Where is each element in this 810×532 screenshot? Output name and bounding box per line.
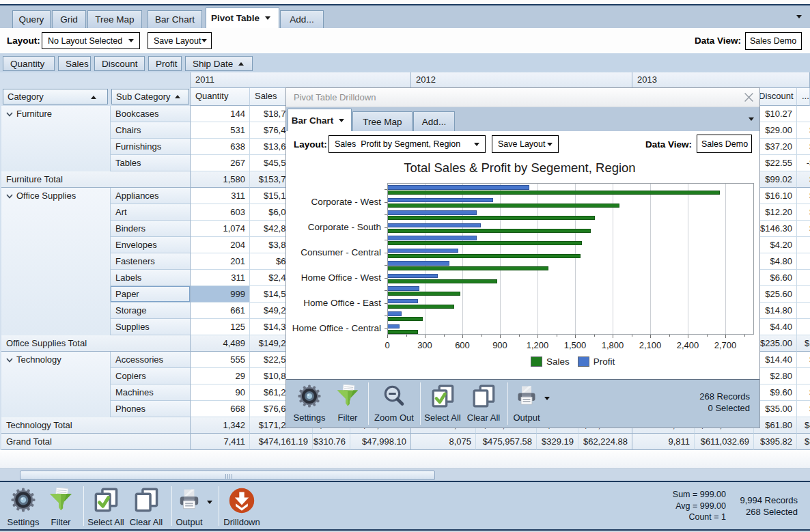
cell-supplies-q1[interactable]: 125 — [191, 319, 250, 335]
cell-machines-d3[interactable]: $9.60 — [754, 384, 797, 401]
main-tab-query[interactable]: Query — [12, 10, 51, 28]
bar-sales-7[interactable] — [388, 279, 497, 283]
dialog-zoom-out-button[interactable]: Zoom Out — [367, 384, 421, 423]
cell-storage-q1[interactable]: 661 — [191, 303, 250, 319]
bar-sales-4[interactable] — [388, 241, 582, 245]
main-tab-tree-map[interactable]: Tree Map — [87, 10, 142, 28]
cell-bookcases-d3[interactable]: $10.27 — [754, 106, 797, 122]
cell-chairs-d3[interactable]: $29.00 — [754, 122, 797, 139]
row-label-art[interactable]: Art — [111, 204, 191, 221]
field-button-quantity[interactable]: Quantity — [3, 56, 55, 71]
bar-sales-3[interactable] — [388, 229, 591, 233]
row-label-storage[interactable]: Storage — [111, 303, 191, 319]
main-tab-grid[interactable]: Grid — [52, 10, 86, 28]
bar-profit-3[interactable] — [388, 223, 481, 227]
cell-chairs-q1[interactable]: 531 — [191, 122, 250, 139]
drilldown-button[interactable]: Drilldown — [214, 488, 269, 527]
cell-fasteners-d3[interactable]: $4.80 — [754, 253, 797, 270]
layout-select[interactable]: No Layout Selected — [42, 32, 140, 49]
bar-sales-9[interactable] — [388, 305, 454, 309]
cell-total-p3[interactable]: $2,000.00 — [797, 171, 810, 188]
bar-sales-5[interactable] — [388, 254, 581, 258]
save-layout-select[interactable]: Save Layout — [148, 32, 212, 49]
cell-envelopes-q1[interactable]: 204 — [191, 237, 250, 253]
cell-furnishings-q1[interactable]: 638 — [191, 139, 250, 155]
bar-profit-2[interactable] — [388, 210, 477, 214]
cell-accessories-q1[interactable]: 555 — [191, 352, 250, 368]
scrollbar-thumb[interactable] — [20, 471, 435, 480]
bar-profit-4[interactable] — [388, 236, 477, 240]
dialog-tab-tree-map[interactable]: Tree Map — [352, 111, 413, 131]
cell-tables-p3[interactable]: -$1,000.00 — [797, 155, 810, 171]
year-header-2012[interactable]: 2012 — [411, 72, 632, 88]
row-label-labels[interactable]: Labels — [111, 270, 191, 286]
close-icon[interactable] — [743, 92, 755, 103]
cell-labels-q1[interactable]: 311 — [191, 270, 250, 286]
dialog-tab-bar-chart[interactable]: Bar Chart — [288, 109, 352, 131]
cell-art-d3[interactable]: $12.20 — [754, 204, 797, 221]
cell-fasteners-q1[interactable]: 201 — [191, 253, 250, 270]
main-tab-add-[interactable]: Add... — [280, 10, 324, 28]
cell-envelopes-p3[interactable]: $800.00 — [797, 237, 810, 253]
cell-accessories-d3[interactable]: $14.40 — [754, 352, 797, 368]
bar-sales-10[interactable] — [388, 317, 423, 321]
cell-envelopes-d3[interactable]: $4.20 — [754, 237, 797, 253]
field-button-ship-date[interactable]: Ship Date — [185, 56, 253, 71]
cell-total-p3[interactable]: $10,000.00 — [797, 335, 810, 352]
cell-paper-d3[interactable]: $25.60 — [754, 286, 797, 303]
group-technology[interactable]: Technology — [1, 352, 111, 417]
cell-tables-d3[interactable]: $22.55 — [754, 155, 797, 171]
row-label-copiers[interactable]: Copiers — [111, 368, 191, 384]
collapse-chevron-icon[interactable] — [6, 194, 13, 199]
row-label-tables[interactable]: Tables — [111, 155, 191, 171]
cell-fasteners-p3[interactable]: $800.00 — [797, 253, 810, 270]
cell-phones-q1[interactable]: 668 — [191, 401, 250, 417]
cell-total-q1[interactable]: 7,411 — [191, 434, 250, 450]
column-header-d3[interactable]: Discount — [754, 88, 797, 106]
row-label-envelopes[interactable]: Envelopes — [111, 237, 191, 253]
cell-total-p2[interactable]: $62,224.88 — [578, 434, 632, 450]
column-header-q1[interactable]: Quantity — [191, 88, 250, 106]
row-label-accessories[interactable]: Accessories — [111, 352, 191, 368]
cell-machines-p3[interactable]: $2,000.00 — [797, 384, 810, 401]
cell-supplies-d3[interactable]: $4.40 — [754, 319, 797, 335]
year-header-2013[interactable]: 2013 — [632, 72, 810, 88]
row-label-binders[interactable]: Binders — [111, 221, 191, 237]
bar-sales-1[interactable] — [388, 204, 619, 208]
cell-appliances-p3[interactable]: $2,000.00 — [797, 188, 810, 204]
cell-copiers-p3[interactable]: $800.00 — [797, 368, 810, 384]
cell-copiers-q1[interactable]: 29 — [191, 368, 250, 384]
cell-furnishings-d3[interactable]: $37.20 — [754, 139, 797, 155]
cell-total-d3[interactable]: $99.02 — [754, 171, 797, 188]
cell-total-d1[interactable]: $310.76 — [313, 434, 350, 450]
cell-labels-p3[interactable]: $800.00 — [797, 270, 810, 286]
cell-accessories-p3[interactable]: $2,000.00 — [797, 352, 810, 368]
cell-binders-p3[interactable]: $2,000.00 — [797, 221, 810, 237]
output-button[interactable]: Output — [162, 488, 217, 527]
dialog-save-layout-select[interactable]: Save Layout — [492, 135, 559, 153]
year-header-2011[interactable]: 2011 — [191, 72, 411, 88]
cell-furnishings-p3[interactable]: $2,000.00 — [797, 139, 810, 155]
bar-sales-11[interactable] — [388, 330, 418, 334]
cell-total-q1[interactable]: 4,489 — [191, 335, 250, 352]
tab-overflow-icon[interactable] — [796, 15, 802, 18]
dialog-data-view-button[interactable]: Sales Demo — [697, 135, 752, 153]
dialog-tab-overflow-icon[interactable] — [749, 117, 754, 121]
dialog-layout-select[interactable]: Sales Profit by Segment, Region — [329, 135, 486, 153]
cell-total-s1[interactable]: $474,161.19 — [250, 434, 313, 450]
cell-labels-d3[interactable]: $6.60 — [754, 270, 797, 286]
main-tab-pivot-table[interactable]: Pivot Table — [206, 8, 279, 28]
group-furniture[interactable]: Furniture — [1, 106, 111, 171]
cell-total-q2[interactable]: 8,075 — [411, 434, 476, 450]
main-tab-bar-chart[interactable]: Bar Chart — [148, 10, 202, 28]
bar-sales-8[interactable] — [388, 292, 460, 296]
field-button-discount[interactable]: Discount — [94, 56, 145, 71]
cell-bookcases-p3[interactable]: $800.00 — [797, 106, 810, 122]
cell-total-q1[interactable]: 1,342 — [191, 417, 250, 434]
group-office-supplies[interactable]: Office Supplies — [1, 188, 111, 335]
cell-machines-q1[interactable]: 90 — [191, 384, 250, 401]
cell-art-q1[interactable]: 603 — [191, 204, 250, 221]
cell-total-d3[interactable]: $395.82 — [754, 434, 797, 450]
row-label-chairs[interactable]: Chairs — [111, 122, 191, 139]
cell-total-d3[interactable]: $61.80 — [754, 417, 797, 434]
